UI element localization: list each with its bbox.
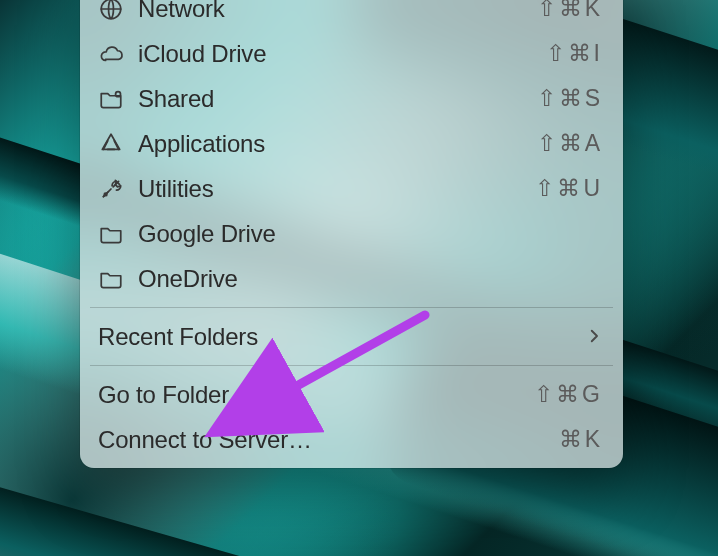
menu-item-label: Shared [138, 85, 214, 113]
menu-separator [90, 365, 613, 366]
menu-item-label: Connect to Server… [98, 426, 312, 454]
menu-separator [90, 307, 613, 308]
menu-item-shortcut: ⇧⌘K [537, 0, 603, 22]
menu-item-label: Applications [138, 130, 265, 158]
shared-folder-icon [98, 86, 132, 112]
menu-item-shortcut: ⇧⌘S [537, 85, 603, 112]
menu-item-icloud-drive[interactable]: iCloud Drive ⇧⌘I [86, 31, 617, 76]
menu-item-network[interactable]: Network ⇧⌘K [86, 0, 617, 31]
globe-icon [98, 0, 132, 22]
menu-item-label: iCloud Drive [138, 40, 266, 68]
folder-icon [98, 266, 132, 292]
menu-item-label: Utilities [138, 175, 214, 203]
menu-item-label: Go to Folder… [98, 381, 253, 409]
applications-icon [98, 131, 132, 157]
menu-item-onedrive[interactable]: OneDrive [86, 256, 617, 301]
cloud-icon [98, 41, 132, 67]
menu-item-google-drive[interactable]: Google Drive [86, 211, 617, 256]
menu-item-shortcut: ⌘K [559, 426, 603, 453]
folder-icon [98, 221, 132, 247]
menu-item-connect-to-server[interactable]: Connect to Server… ⌘K [86, 417, 617, 462]
menu-item-shortcut: ⇧⌘A [537, 130, 603, 157]
menu-item-shortcut: ⇧⌘I [546, 40, 603, 67]
menu-item-label: OneDrive [138, 265, 238, 293]
utilities-icon [98, 176, 132, 202]
svg-point-1 [116, 91, 121, 96]
menu-item-shared[interactable]: Shared ⇧⌘S [86, 76, 617, 121]
menu-item-go-to-folder[interactable]: Go to Folder… ⇧⌘G [86, 372, 617, 417]
menu-item-label: Google Drive [138, 220, 276, 248]
menu-item-label: Recent Folders [98, 323, 258, 351]
menu-item-shortcut: ⇧⌘G [534, 381, 603, 408]
menu-item-recent-folders[interactable]: Recent Folders [86, 314, 617, 359]
menu-item-utilities[interactable]: Utilities ⇧⌘U [86, 166, 617, 211]
menu-item-applications[interactable]: Applications ⇧⌘A [86, 121, 617, 166]
go-menu-dropdown: Network ⇧⌘K iCloud Drive ⇧⌘I Shared ⇧⌘S … [80, 0, 623, 468]
chevron-right-icon [585, 323, 603, 351]
menu-item-label: Network [138, 0, 225, 23]
menu-item-shortcut: ⇧⌘U [535, 175, 603, 202]
